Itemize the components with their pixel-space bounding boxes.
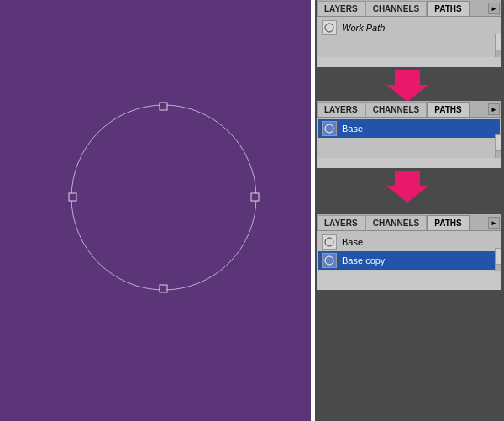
svg-marker-8 bbox=[386, 171, 428, 203]
scrollbar-thumb-3[interactable] bbox=[496, 248, 501, 265]
svg-point-7 bbox=[325, 124, 333, 133]
svg-point-0 bbox=[71, 105, 256, 290]
path-row-workpath[interactable]: Work Path bbox=[318, 18, 500, 37]
panel-1: LAYERS CHANNELS PATHS ► Work Path bbox=[317, 0, 501, 67]
panel-2-tabs: LAYERS CHANNELS PATHS ► bbox=[317, 101, 501, 118]
path-thumb-base-2 bbox=[322, 234, 337, 250]
path-label-workpath: Work Path bbox=[342, 23, 385, 33]
svg-rect-4 bbox=[251, 193, 259, 201]
tab-channels-2[interactable]: CHANNELS bbox=[365, 102, 428, 117]
tab-channels-3[interactable]: CHANNELS bbox=[365, 215, 428, 230]
path-thumb-base-copy bbox=[322, 253, 337, 268]
circle-container bbox=[67, 101, 260, 294]
svg-point-10 bbox=[325, 256, 333, 265]
tab-paths-2[interactable]: PATHS bbox=[427, 102, 469, 117]
arrow-2-container bbox=[315, 170, 500, 203]
panel-2: LAYERS CHANNELS PATHS ► Base bbox=[317, 101, 501, 168]
svg-rect-2 bbox=[160, 285, 167, 292]
arrow-1 bbox=[315, 69, 500, 103]
empty-row-2 bbox=[318, 138, 500, 156]
svg-rect-3 bbox=[69, 193, 76, 201]
svg-point-9 bbox=[325, 238, 333, 246]
panel-menu-2[interactable]: ► bbox=[488, 103, 500, 115]
scrollbar-3[interactable] bbox=[495, 248, 501, 271]
scrollbar-thumb-1[interactable] bbox=[496, 34, 501, 50]
arrow-1-container bbox=[315, 69, 500, 103]
panel-menu-3[interactable]: ► bbox=[488, 217, 500, 229]
tab-layers-1[interactable]: LAYERS bbox=[317, 1, 365, 16]
svg-point-5 bbox=[325, 24, 333, 32]
panel-1-body: Work Path bbox=[317, 17, 501, 57]
path-label-base: Base bbox=[342, 124, 363, 134]
canvas bbox=[0, 0, 311, 421]
svg-rect-1 bbox=[160, 103, 167, 110]
panel-menu-1[interactable]: ► bbox=[488, 3, 500, 14]
empty-row-1 bbox=[318, 37, 500, 55]
tab-channels-1[interactable]: CHANNELS bbox=[365, 1, 428, 16]
scrollbar-thumb-2[interactable] bbox=[496, 134, 501, 151]
panel-3-body: Base Base copy bbox=[317, 231, 501, 271]
path-label-base-2: Base bbox=[342, 237, 363, 247]
scrollbar-2[interactable] bbox=[495, 134, 501, 158]
scrollbar-1[interactable] bbox=[495, 34, 501, 57]
path-label-base-copy: Base copy bbox=[342, 255, 385, 266]
tab-paths-1[interactable]: PATHS bbox=[427, 1, 469, 16]
svg-marker-6 bbox=[386, 70, 428, 102]
tab-layers-3[interactable]: LAYERS bbox=[317, 215, 365, 230]
path-row-base[interactable]: Base bbox=[318, 119, 500, 138]
tab-layers-2[interactable]: LAYERS bbox=[317, 102, 365, 117]
tab-paths-3[interactable]: PATHS bbox=[427, 215, 469, 230]
panel-3: LAYERS CHANNELS PATHS ► Base Base copy bbox=[317, 214, 501, 290]
path-thumb-workpath bbox=[322, 20, 337, 35]
panel-1-tabs: LAYERS CHANNELS PATHS ► bbox=[317, 0, 501, 17]
arrow-2 bbox=[315, 170, 500, 203]
path-row-base-copy[interactable]: Base copy bbox=[318, 251, 500, 270]
panel-2-body: Base bbox=[317, 118, 501, 158]
panel-3-tabs: LAYERS CHANNELS PATHS ► bbox=[317, 214, 501, 231]
path-thumb-base bbox=[322, 121, 337, 136]
path-row-base-2[interactable]: Base bbox=[318, 233, 500, 251]
